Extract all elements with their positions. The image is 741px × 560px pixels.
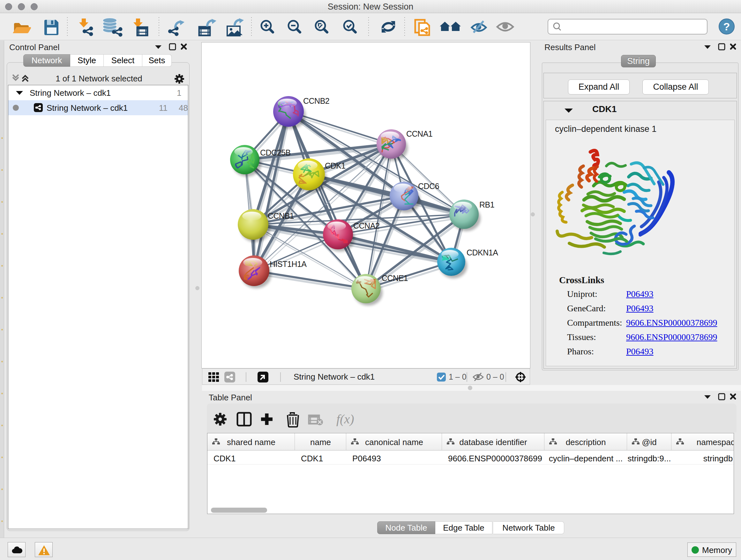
svg-text:CDKN1A: CDKN1A — [467, 248, 498, 257]
svg-text:f(x): f(x) — [336, 412, 354, 426]
svg-text:CCNB2: CCNB2 — [303, 97, 329, 105]
svg-text:CCNE1: CCNE1 — [382, 273, 408, 283]
svg-text:?: ? — [724, 20, 730, 33]
svg-text:HIST1H1A: HIST1H1A — [270, 260, 307, 268]
svg-text:CDK1: CDK1 — [325, 161, 346, 170]
svg-text:CDC6: CDC6 — [418, 182, 439, 191]
svg-text:CDC25B: CDC25B — [260, 148, 291, 157]
svg-text:CCNA2: CCNA2 — [353, 221, 380, 230]
svg-text:CCNA1: CCNA1 — [406, 129, 432, 138]
svg-text:RB1: RB1 — [479, 200, 494, 209]
svg-text:CCNB1: CCNB1 — [268, 211, 294, 220]
